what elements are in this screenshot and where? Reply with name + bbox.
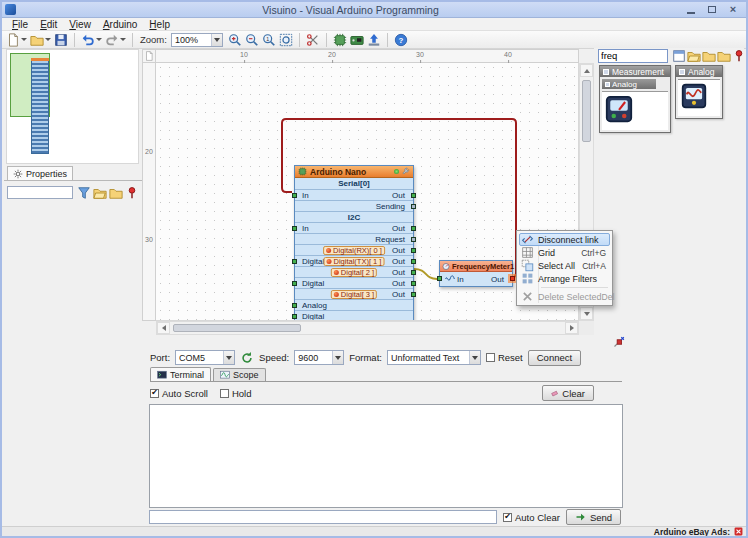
connection-toolbar: Port: COM5 Speed: 9600 Format: Unformatt…: [150, 349, 622, 366]
menu-help[interactable]: Help: [143, 19, 176, 30]
clear-button[interactable]: Clear: [542, 385, 594, 401]
connection-wire-2[interactable]: [414, 269, 437, 279]
upload-button[interactable]: [366, 32, 382, 48]
component-analog[interactable]: [681, 83, 707, 109]
category-measurement[interactable]: Measurement Analog: [599, 65, 671, 133]
pin-out[interactable]: [411, 259, 416, 264]
zoom-fit-button[interactable]: [278, 32, 294, 48]
ruler-label: 30: [145, 236, 153, 243]
pin-out[interactable]: [411, 193, 416, 198]
save-button[interactable]: [53, 32, 69, 48]
app-window: Visuino - Visual Arduino Programming × F…: [0, 0, 748, 538]
menu-item-arrange-filters[interactable]: Arrange Filters: [519, 272, 610, 285]
properties-filter-input[interactable]: [7, 186, 73, 199]
undo-button[interactable]: [80, 32, 103, 48]
hold-checkbox[interactable]: [220, 389, 229, 398]
pin-in[interactable]: [292, 314, 297, 319]
channel-badge[interactable]: Digital(TX)[ 1 ]: [324, 257, 385, 266]
connect-button[interactable]: Connect: [528, 350, 581, 366]
auto-clear-checkbox[interactable]: [503, 513, 512, 522]
arduino-board-button[interactable]: [349, 32, 365, 48]
tab-properties[interactable]: Properties: [7, 166, 73, 180]
open-button[interactable]: [29, 32, 52, 48]
tab-terminal[interactable]: Terminal: [150, 367, 211, 381]
close-ads-icon[interactable]: [734, 527, 743, 536]
send-button[interactable]: Send: [566, 509, 621, 525]
maximize-button[interactable]: [702, 3, 722, 16]
expand-all-icon[interactable]: [93, 186, 107, 200]
format-select[interactable]: Unformatted Text: [387, 350, 481, 365]
pin-out[interactable]: [411, 204, 416, 209]
send-input[interactable]: [149, 510, 497, 524]
frequency-meter-block[interactable]: FrequencyMeter1 In Out: [439, 260, 513, 287]
pin-out[interactable]: [411, 237, 416, 242]
zoom-actual-button[interactable]: 1: [261, 32, 277, 48]
close-button[interactable]: ×: [723, 3, 743, 16]
zoom-out-button[interactable]: [244, 32, 260, 48]
frequency-meter-header[interactable]: FrequencyMeter1: [440, 261, 512, 272]
title-bar[interactable]: Visuino - Visual Arduino Programming ×: [2, 2, 746, 18]
h-scroll-thumb[interactable]: [173, 324, 301, 332]
pin-out[interactable]: [411, 281, 416, 286]
menu-item-select-all[interactable]: Select AllCtrl+A: [519, 259, 610, 272]
design-overview-thumbnail[interactable]: [6, 49, 139, 164]
pin-out[interactable]: [411, 292, 416, 297]
channel-badge[interactable]: Digital(RX)[ 0 ]: [323, 246, 385, 255]
arduino-nano-block[interactable]: Arduino Nano Serial[0]InOutSendingI2CInO…: [294, 165, 414, 321]
pin-out[interactable]: [411, 270, 416, 275]
pin-in[interactable]: [292, 259, 297, 264]
disconnect-icon[interactable]: [613, 336, 625, 348]
reset-checkbox[interactable]: [486, 353, 495, 362]
channel-badge[interactable]: Digital[ 3 ]: [331, 290, 377, 299]
help-button[interactable]: ?: [393, 32, 409, 48]
menu-view[interactable]: View: [63, 19, 97, 30]
filter-icon[interactable]: [77, 186, 91, 200]
terminal-output[interactable]: [149, 404, 623, 508]
view-style-icon[interactable]: [672, 49, 686, 63]
category-measurement-header[interactable]: Measurement: [600, 66, 670, 77]
pin-out[interactable]: [411, 248, 416, 253]
zoom-select[interactable]: 100%: [171, 33, 223, 47]
menu-item-disconnect-link[interactable]: Disconnect link: [519, 233, 610, 246]
menu-item-grid[interactable]: GridCtrl+G: [519, 246, 610, 259]
port-select[interactable]: COM5: [175, 350, 235, 365]
category-analog[interactable]: Analog: [675, 65, 723, 119]
speed-select[interactable]: 9600: [294, 350, 344, 365]
pin-out[interactable]: [411, 226, 416, 231]
categories-icon[interactable]: [717, 49, 731, 63]
horizontal-scrollbar[interactable]: [156, 321, 579, 335]
minimize-button[interactable]: [681, 3, 701, 16]
pin-in[interactable]: [292, 281, 297, 286]
pin-in[interactable]: [292, 303, 297, 308]
arduino-project-button[interactable]: [332, 32, 348, 48]
pin-palette-icon[interactable]: [732, 49, 746, 63]
dropdown-arrow-icon[interactable]: [211, 34, 222, 46]
channel-badge[interactable]: Digital[ 2 ]: [331, 268, 377, 277]
pin-in[interactable]: [292, 226, 297, 231]
arduino-nano-header[interactable]: Arduino Nano: [295, 166, 413, 178]
category-analog-header[interactable]: Analog: [676, 66, 722, 77]
pin-out-selected[interactable]: [510, 276, 515, 281]
tab-scope[interactable]: Scope: [213, 368, 266, 381]
zoom-in-button[interactable]: [227, 32, 243, 48]
menu-file[interactable]: File: [6, 19, 34, 30]
wrench-icon[interactable]: [401, 167, 410, 176]
collapse-all-icon[interactable]: [109, 186, 123, 200]
port-label: Port:: [150, 352, 170, 363]
expand-categories-icon[interactable]: [687, 49, 701, 63]
pin-in[interactable]: [292, 193, 297, 198]
auto-scroll-checkbox[interactable]: [150, 389, 159, 398]
refresh-ports-icon[interactable]: [240, 351, 254, 365]
pin-panel-icon[interactable]: [125, 186, 139, 200]
redo-button[interactable]: [104, 32, 127, 48]
new-button[interactable]: [5, 32, 28, 48]
component-frequency-meter[interactable]: [605, 95, 633, 123]
collapse-categories-icon[interactable]: [702, 49, 716, 63]
v-scroll-thumb[interactable]: [582, 80, 591, 142]
cut-button[interactable]: [305, 32, 321, 48]
subcategory-analog[interactable]: Analog: [602, 79, 656, 89]
menu-edit[interactable]: Edit: [34, 19, 63, 30]
pin-in[interactable]: [437, 276, 442, 281]
menu-arduino[interactable]: Arduino: [97, 19, 143, 30]
component-search-input[interactable]: [598, 49, 668, 63]
